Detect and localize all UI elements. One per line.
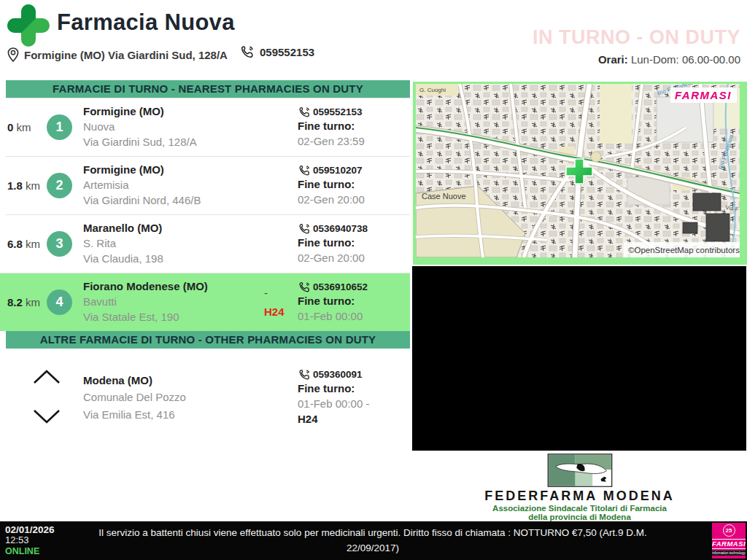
phone-icon bbox=[298, 106, 311, 119]
phone-icon bbox=[298, 368, 311, 381]
fine-turno-value: 02-Gen 20:00 bbox=[298, 192, 410, 208]
row-phone-number: 059552153 bbox=[313, 106, 363, 120]
chevron-down-icon bbox=[32, 408, 61, 424]
fine-turno-label: Fine turno: bbox=[298, 177, 410, 192]
federfarma-logo-block: FEDERFARMA MODENA Associazione Sindacale… bbox=[412, 454, 747, 521]
section-header-nearest: FARMACIE DI TURNO - NEAREST PHARMACIES O… bbox=[6, 80, 410, 98]
pharmacy-city: Formigine (MO) bbox=[83, 104, 260, 120]
h24-badge: H24 bbox=[264, 303, 298, 322]
opening-hours-value: Lun-Dom: 06.00-00.00 bbox=[628, 53, 740, 66]
pharmacy-duty-screen: Farmacia Nuova Formigine (MO) Via Giardi… bbox=[0, 0, 747, 560]
street-map: G. Cuoghi Case Nuove Rio Fontanina Rio F… bbox=[416, 84, 740, 257]
video-panel bbox=[412, 266, 746, 451]
h24-label: H24 bbox=[298, 412, 410, 427]
distance: 6.8 km bbox=[6, 238, 47, 250]
footer-datetime: 02/01/2026 12:53 ONLINE bbox=[5, 524, 55, 556]
scroll-down-button[interactable] bbox=[31, 408, 63, 426]
pharmacy-city: Modena (MO) bbox=[83, 372, 260, 389]
phone-icon bbox=[239, 44, 255, 60]
farmasi-map-logo: FARMASI bbox=[675, 89, 732, 101]
online-status: ONLINE bbox=[5, 546, 55, 556]
federfarma-line3: della provincia di Modena bbox=[528, 513, 631, 521]
rank-badge: 1 bbox=[47, 114, 72, 140]
distance: 1.8 km bbox=[6, 179, 47, 192]
pharmacy-street: Via Emilia Est, 416 bbox=[83, 406, 260, 423]
farmasi-brand-text: FARMASI bbox=[712, 539, 746, 549]
phone-number: 059552153 bbox=[260, 46, 314, 58]
other-pharmacy-row: Modena (MO) Comunale Del Pozzo Via Emili… bbox=[6, 349, 410, 446]
fine-turno-label: Fine turno: bbox=[298, 236, 410, 251]
map-container: G. Cuoghi Case Nuove Rio Fontanina Rio F… bbox=[413, 82, 747, 265]
pharmacy-street: Via Statale Est, 190 bbox=[83, 310, 260, 325]
phone-icon bbox=[298, 281, 311, 294]
opening-hours-label: Orari: bbox=[598, 53, 628, 66]
distance: 8.2 km bbox=[6, 296, 47, 308]
farmasi-25-badge: 25 bbox=[723, 524, 735, 537]
pharmacy-name: Bavutti bbox=[83, 295, 260, 310]
footer-service-message: Il servizio a battenti chiusi viene effe… bbox=[95, 526, 651, 556]
fine-turno-value: 02-Gen 23:59 bbox=[298, 134, 410, 149]
address-text: Formigine (MO) Via Giardini Sud, 128/A bbox=[24, 49, 228, 61]
distance: 0 km bbox=[6, 121, 47, 133]
pharmacy-name: S. Rita bbox=[83, 236, 260, 252]
phone-icon bbox=[298, 222, 311, 236]
pharmacy-cross-logo bbox=[6, 3, 51, 48]
fine-turno-label: Fine turno: bbox=[298, 294, 410, 309]
federfarma-title: FEDERFARMA MODENA bbox=[484, 489, 674, 504]
federfarma-subtitle: Associazione Sindacale Titolari di Farma… bbox=[492, 504, 667, 513]
pharmacy-name: Artemisia bbox=[83, 178, 260, 193]
scroll-up-button[interactable] bbox=[31, 369, 63, 386]
rank-badge: 2 bbox=[47, 173, 72, 198]
footer-time: 12:53 bbox=[5, 535, 55, 546]
fine-turno-value: 02-Gen 20:00 bbox=[298, 251, 410, 266]
location-pin-icon bbox=[6, 47, 20, 63]
page-title: Farmacia Nuova bbox=[57, 9, 235, 36]
row-phone-number: 0536940738 bbox=[313, 222, 368, 236]
pharmacy-row-3: 6.8 km 3 Maranello (MO) S. Rita Via Clau… bbox=[6, 214, 410, 273]
federfarma-emblem bbox=[539, 454, 621, 487]
schedule-dash: - bbox=[264, 284, 298, 303]
pharmacy-street: Via Giardini Nord, 446/B bbox=[83, 193, 260, 209]
svg-text:Case Nuove: Case Nuove bbox=[422, 192, 466, 201]
fine-turno-value: 01-Feb 00:00 bbox=[298, 309, 410, 324]
row-phone-number: 0536910652 bbox=[313, 281, 368, 295]
farmasi-tagline: information technology bbox=[712, 551, 746, 556]
map-attribution: ©OpenStreetMap contributors bbox=[628, 246, 740, 254]
fine-turno-label: Fine turno: bbox=[298, 119, 410, 134]
pharmacy-address: Formigine (MO) Via Giardini Sud, 128/A bbox=[6, 47, 228, 63]
fine-turno-label: Fine turno: bbox=[298, 381, 410, 397]
duty-status-banner: IN TURNO - ON DUTY bbox=[533, 26, 740, 49]
pharmacy-row-1: 0 km 1 Formigine (MO) Nuova Via Giardini… bbox=[6, 98, 410, 156]
row-phone-number: 059360091 bbox=[313, 368, 363, 382]
pharmacy-name: Nuova bbox=[83, 120, 260, 135]
farmasi-footer-logo: 25 FARMASI information technology bbox=[712, 523, 746, 559]
svg-text:G. Cuoghi: G. Cuoghi bbox=[419, 87, 446, 93]
pharmacy-phone: 059552153 bbox=[239, 44, 314, 60]
pharmacy-row-4-highlighted: 8.2 km 4 Fiorano Modenese (MO) Bavutti V… bbox=[0, 273, 410, 331]
pharmacy-city: Fiorano Modenese (MO) bbox=[83, 279, 260, 295]
footer-date: 02/01/2026 bbox=[5, 524, 55, 535]
phone-icon bbox=[298, 164, 311, 177]
opening-hours: Orari: Lun-Dom: 06.00-00.00 bbox=[598, 53, 740, 66]
section-header-other: ALTRE FARMACIE DI TURNO - OTHER PHARMACI… bbox=[6, 331, 410, 349]
pharmacy-name: Comunale Del Pozzo bbox=[83, 389, 260, 405]
footer-bar: 02/01/2026 12:53 ONLINE Il servizio a ba… bbox=[0, 521, 747, 560]
pharmacies-on-duty-panel: FARMACIE DI TURNO - NEAREST PHARMACIES O… bbox=[6, 80, 410, 446]
pharmacy-city: Formigine (MO) bbox=[83, 163, 260, 178]
pharmacy-row-2: 1.8 km 2 Formigine (MO) Artemisia Via Gi… bbox=[6, 156, 410, 214]
pharmacy-street: Via Claudia, 198 bbox=[83, 252, 260, 267]
row-phone-number: 059510207 bbox=[313, 164, 363, 178]
rank-badge: 4 bbox=[47, 289, 72, 315]
pharmacy-street: Via Giardini Sud, 128/A bbox=[83, 135, 260, 150]
fine-turno-value: 01-Feb 00:00 - bbox=[298, 397, 410, 412]
chevron-up-icon bbox=[32, 369, 61, 385]
pharmacy-city: Maranello (MO) bbox=[83, 221, 260, 236]
rank-badge: 3 bbox=[47, 231, 72, 257]
